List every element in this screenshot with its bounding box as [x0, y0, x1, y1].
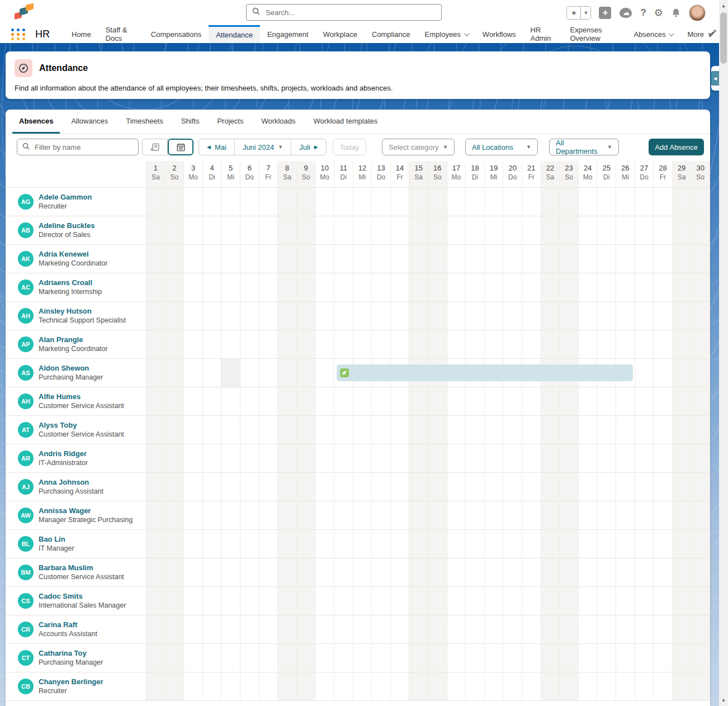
calendar-cell[interactable] [560, 216, 579, 244]
calendar-cell[interactable] [654, 302, 673, 330]
calendar-cell[interactable] [466, 530, 485, 558]
calendar-cell[interactable] [203, 558, 222, 586]
calendar-cell[interactable] [428, 530, 447, 558]
calendar-cell[interactable] [297, 273, 316, 301]
departments-select[interactable]: All Departments▼ [549, 139, 619, 155]
calendar-cell[interactable] [240, 644, 259, 672]
calendar-cell[interactable] [372, 587, 391, 615]
calendar-cell[interactable] [560, 302, 579, 330]
calendar-cell[interactable] [691, 273, 710, 301]
calendar-cell[interactable] [616, 387, 635, 415]
calendar-cell[interactable] [597, 416, 616, 444]
collapse-left-icon[interactable]: ◀ [711, 71, 719, 86]
calendar-cell[interactable] [203, 387, 222, 415]
calendar-cell[interactable] [579, 444, 598, 472]
calendar-cell[interactable] [146, 416, 166, 444]
scroll-up-icon[interactable]: ▲ [719, 1, 728, 10]
calendar-cell[interactable] [447, 473, 466, 501]
calendar-cell[interactable] [522, 530, 541, 558]
calendar-cell[interactable] [166, 501, 185, 529]
calendar-cell[interactable] [146, 302, 166, 330]
tab-workload-templates[interactable]: Workload templates [307, 110, 385, 134]
calendar-cell[interactable] [391, 387, 410, 415]
calendar-view-button[interactable] [168, 139, 193, 155]
calendar-cell[interactable] [203, 587, 222, 615]
calendar-cell[interactable] [221, 302, 240, 330]
calendar-cell[interactable] [447, 416, 466, 444]
calendar-cell[interactable] [203, 245, 222, 273]
calendar-cell[interactable] [541, 587, 560, 615]
calendar-cell[interactable] [560, 473, 579, 501]
calendar-cell[interactable] [372, 416, 391, 444]
calendar-cell[interactable] [616, 530, 635, 558]
calendar-cell[interactable] [166, 216, 185, 244]
calendar-cell[interactable] [259, 672, 278, 700]
calendar-cell[interactable] [579, 330, 598, 358]
calendar-cell[interactable] [372, 615, 391, 643]
calendar-cell[interactable] [259, 330, 278, 358]
calendar-cell[interactable] [466, 615, 485, 643]
calendar-cell[interactable] [635, 273, 654, 301]
calendar-cell[interactable] [466, 216, 485, 244]
calendar-cell[interactable] [447, 273, 466, 301]
calendar-cell[interactable] [673, 473, 692, 501]
calendar-cell[interactable] [503, 473, 522, 501]
calendar-cell[interactable] [654, 273, 673, 301]
calendar-cell[interactable] [673, 188, 692, 216]
calendar-cell[interactable] [240, 615, 259, 643]
calendar-cell[interactable] [315, 245, 334, 273]
calendar-cell[interactable] [635, 501, 654, 529]
calendar-cell[interactable] [353, 615, 372, 643]
calendar-cell[interactable] [503, 273, 522, 301]
calendar-cell[interactable] [503, 444, 522, 472]
calendar-cell[interactable] [409, 473, 428, 501]
calendar-cell[interactable] [146, 587, 166, 615]
calendar-cell[interactable] [334, 387, 353, 415]
calendar-cell[interactable] [522, 501, 541, 529]
calendar-cell[interactable] [334, 530, 353, 558]
calendar-cell[interactable] [635, 444, 654, 472]
calendar-cell[interactable] [409, 615, 428, 643]
calendar-cell[interactable] [503, 644, 522, 672]
nav-tab-workflows[interactable]: Workflows [475, 25, 523, 43]
calendar-cell[interactable] [259, 416, 278, 444]
calendar-cell[interactable] [691, 387, 710, 415]
calendar-cell[interactable] [428, 444, 447, 472]
calendar-cell[interactable] [315, 501, 334, 529]
calendar-cell[interactable] [278, 216, 297, 244]
calendar-cell[interactable] [579, 473, 598, 501]
calendar-cell[interactable] [315, 387, 334, 415]
calendar-cell[interactable] [184, 330, 203, 358]
calendar-cell[interactable] [203, 188, 222, 216]
calendar-cell[interactable] [503, 188, 522, 216]
calendar-cell[interactable] [240, 558, 259, 586]
calendar-cell[interactable] [166, 387, 185, 415]
employee-cell[interactable]: AHAlfie HumesCustomer Service Assistant [6, 387, 146, 415]
calendar-cell[interactable] [485, 216, 504, 244]
calendar-cell[interactable] [334, 245, 353, 273]
favorites-dropdown-icon[interactable]: ▼ [580, 7, 590, 19]
calendar-cell[interactable] [409, 530, 428, 558]
calendar-cell[interactable] [616, 444, 635, 472]
calendar-cell[interactable] [184, 530, 203, 558]
calendar-cell[interactable] [597, 216, 616, 244]
calendar-cell[interactable] [146, 359, 166, 387]
calendar-cell[interactable] [146, 615, 166, 643]
calendar-cell[interactable] [240, 416, 259, 444]
calendar-cell[interactable] [297, 530, 316, 558]
scroll-down-icon[interactable]: ▼ [719, 696, 728, 705]
calendar-cell[interactable] [391, 501, 410, 529]
nav-tab-absences[interactable]: Absences [626, 25, 680, 43]
vertical-scrollbar[interactable]: ▲ ▼ [719, 0, 728, 706]
employee-name[interactable]: Adria Kenewel [39, 249, 108, 259]
calendar-cell[interactable] [616, 188, 635, 216]
calendar-cell[interactable] [259, 558, 278, 586]
calendar-cell[interactable] [428, 245, 447, 273]
calendar-cell[interactable] [466, 330, 485, 358]
calendar-cell[interactable] [372, 672, 391, 700]
calendar-cell[interactable] [597, 587, 616, 615]
calendar-cell[interactable] [654, 672, 673, 700]
calendar-cell[interactable] [391, 672, 410, 700]
calendar-cell[interactable] [297, 444, 316, 472]
calendar-cell[interactable] [485, 273, 504, 301]
